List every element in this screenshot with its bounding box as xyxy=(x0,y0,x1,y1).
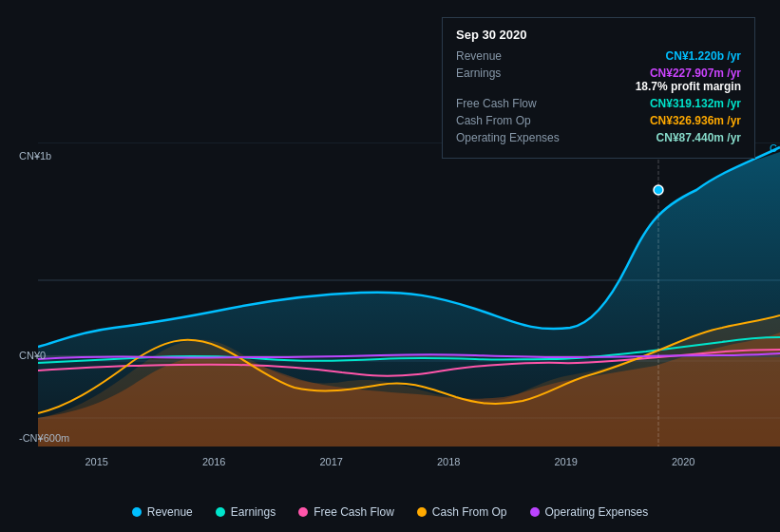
legend-revenue[interactable]: Revenue xyxy=(132,505,193,519)
main-chart: C xyxy=(38,142,780,446)
legend-label-revenue: Revenue xyxy=(147,505,193,519)
tooltip-fcf-value: CN¥319.132m /yr xyxy=(650,97,741,110)
tooltip-opex-value: CN¥87.440m /yr xyxy=(656,131,741,144)
x-label-2018: 2018 xyxy=(437,456,460,467)
y-axis-zero: CN¥0 xyxy=(19,350,46,361)
tooltip-cfo-label: Cash From Op xyxy=(456,114,531,127)
legend-earnings[interactable]: Earnings xyxy=(216,505,276,519)
legend-dot-fcf xyxy=(298,507,308,517)
tooltip-earnings-value: CN¥227.907m /yr xyxy=(650,66,741,80)
svg-text:C: C xyxy=(770,142,777,154)
legend-dot-earnings xyxy=(216,507,225,517)
legend-label-fcf: Free Cash Flow xyxy=(314,505,394,519)
chart-container: C CN¥1b CN¥0 -CN¥600m 2015 2016 2017 201… xyxy=(0,0,780,532)
x-label-2015: 2015 xyxy=(86,456,108,467)
x-label-2017: 2017 xyxy=(320,456,343,467)
chart-tooltip: Sep 30 2020 Revenue CN¥1.220b /yr Earnin… xyxy=(442,17,755,159)
legend-fcf[interactable]: Free Cash Flow xyxy=(298,505,394,519)
tooltip-revenue-label: Revenue xyxy=(456,49,502,63)
tooltip-cfo-value: CN¥326.936m /yr xyxy=(650,114,741,127)
tooltip-fcf-row: Free Cash Flow CN¥319.132m /yr xyxy=(456,97,741,110)
y-axis-bottom: -CN¥600m xyxy=(19,432,69,444)
legend-cfo[interactable]: Cash From Op xyxy=(417,505,507,519)
legend-opex[interactable]: Operating Expenses xyxy=(530,505,649,519)
legend-dot-cfo xyxy=(417,507,427,517)
y-axis-top: CN¥1b xyxy=(19,150,51,162)
legend-label-opex: Operating Expenses xyxy=(545,505,649,519)
tooltip-earnings-label: Earnings xyxy=(456,66,501,93)
tooltip-revenue-value: CN¥1.220b /yr xyxy=(666,49,741,63)
chart-legend: Revenue Earnings Free Cash Flow Cash Fro… xyxy=(0,505,780,519)
x-label-2016: 2016 xyxy=(202,456,225,467)
tooltip-revenue-row: Revenue CN¥1.220b /yr xyxy=(456,49,741,63)
svg-point-6 xyxy=(654,185,663,195)
tooltip-opex-row: Operating Expenses CN¥87.440m /yr xyxy=(456,131,741,144)
x-axis-labels: 2015 2016 2017 2018 2019 2020 xyxy=(0,456,780,467)
tooltip-opex-label: Operating Expenses xyxy=(456,131,560,144)
legend-label-cfo: Cash From Op xyxy=(432,505,507,519)
tooltip-earnings-row: Earnings CN¥227.907m /yr 18.7% profit ma… xyxy=(456,66,741,93)
x-label-2019: 2019 xyxy=(555,456,578,467)
legend-label-earnings: Earnings xyxy=(231,505,276,519)
legend-dot-opex xyxy=(530,507,540,517)
x-label-2020: 2020 xyxy=(672,456,694,467)
tooltip-cfo-row: Cash From Op CN¥326.936m /yr xyxy=(456,114,741,127)
tooltip-profit-margin: 18.7% profit margin xyxy=(636,80,741,93)
tooltip-fcf-label: Free Cash Flow xyxy=(456,97,537,110)
tooltip-date: Sep 30 2020 xyxy=(456,28,741,42)
legend-dot-revenue xyxy=(132,507,142,517)
